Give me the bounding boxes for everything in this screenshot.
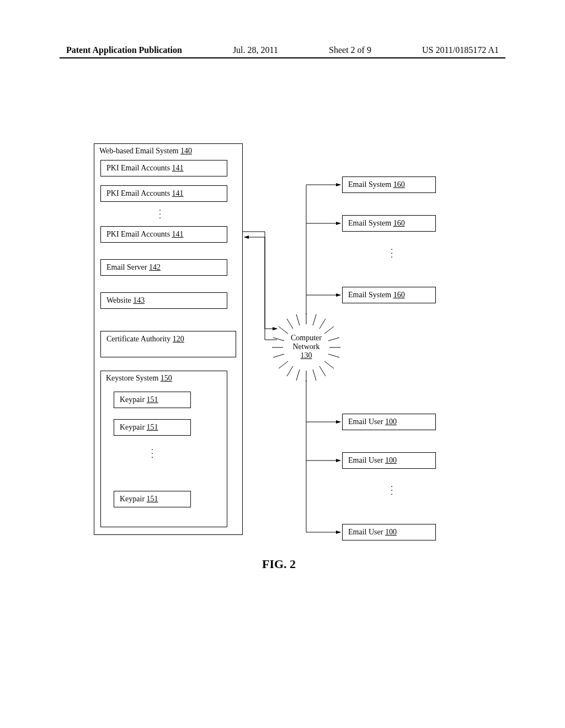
svg-line-21 [328, 354, 339, 357]
svg-line-24 [313, 370, 316, 381]
figure-diagram: Web-based Email System 140 PKI Email Acc… [94, 143, 480, 563]
header-sheet: Sheet 2 of 9 [329, 45, 371, 55]
header-docnum: US 2011/0185172 A1 [422, 45, 499, 55]
svg-line-26 [296, 370, 300, 381]
header-rule [60, 57, 505, 58]
header-publication: Patent Application Publication [66, 45, 182, 55]
svg-line-22 [324, 361, 334, 368]
page-header: Patent Application Publication Jul. 28, … [66, 45, 499, 55]
svg-line-18 [324, 326, 334, 334]
svg-line-33 [287, 319, 293, 329]
svg-line-16 [313, 314, 316, 325]
svg-line-17 [319, 319, 326, 329]
svg-line-32 [279, 326, 288, 334]
svg-line-23 [319, 366, 326, 376]
figure-caption: FIG. 2 [262, 557, 296, 571]
svg-line-31 [273, 338, 284, 341]
computer-network-label: Computer Network 130 [287, 334, 326, 360]
header-date: Jul. 28, 2011 [233, 45, 278, 55]
svg-line-28 [279, 361, 288, 368]
svg-line-34 [296, 314, 300, 325]
svg-line-27 [287, 366, 293, 376]
svg-line-29 [273, 354, 284, 357]
svg-line-19 [328, 338, 339, 341]
